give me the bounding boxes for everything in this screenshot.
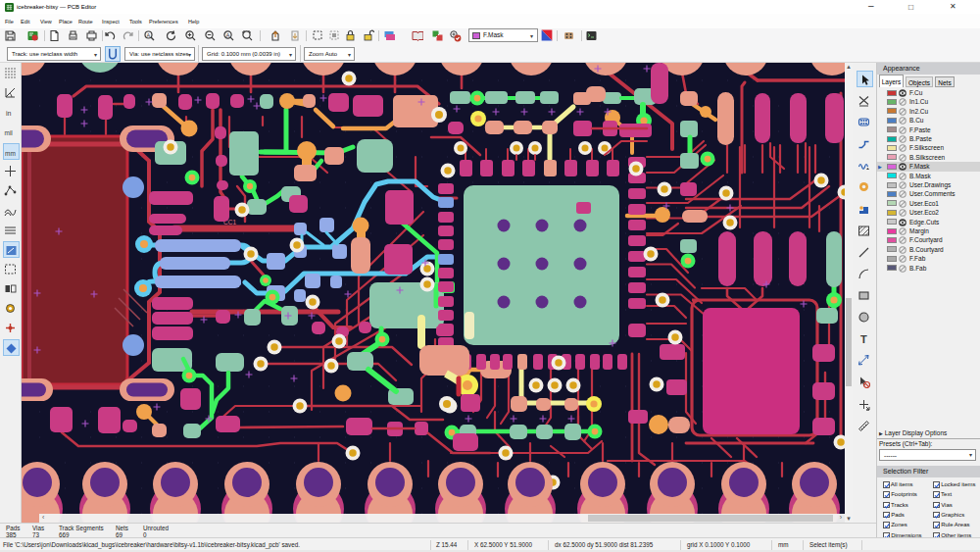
svg-text:T: T xyxy=(860,333,867,345)
